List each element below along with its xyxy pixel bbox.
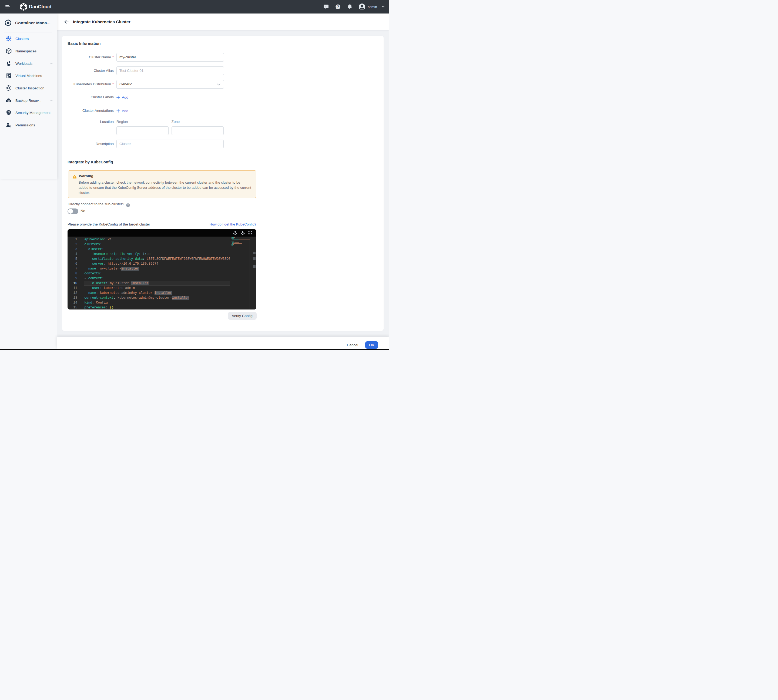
svg-text:?: ?	[337, 5, 339, 8]
svg-text:?: ?	[127, 203, 129, 207]
